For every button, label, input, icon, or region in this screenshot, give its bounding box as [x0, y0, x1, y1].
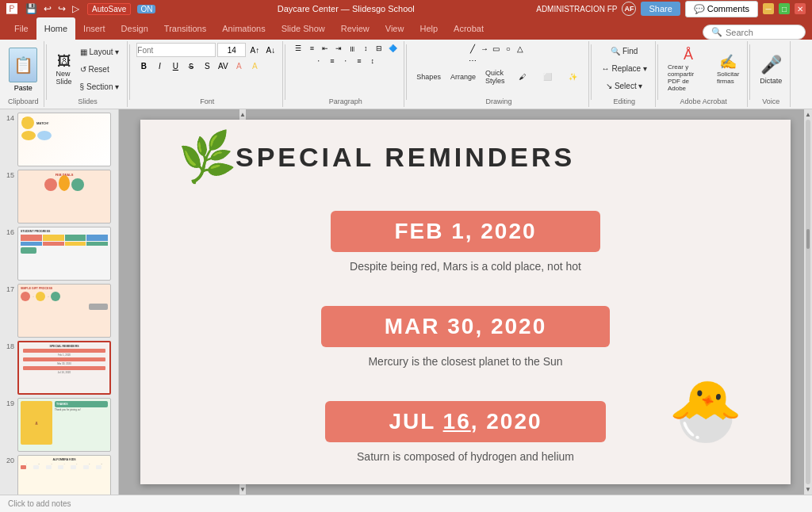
save-button[interactable]: 💾	[24, 2, 39, 16]
shape-rect[interactable]: ▭	[491, 43, 502, 54]
undo-button[interactable]: ↩	[42, 2, 53, 16]
shape-outline-button[interactable]: ⬜	[536, 67, 558, 86]
tab-view[interactable]: View	[377, 17, 412, 40]
tab-review[interactable]: Review	[333, 17, 377, 40]
right-scroll-thumb[interactable]	[806, 229, 810, 249]
align-right-button[interactable]: ⬝	[339, 55, 352, 67]
date-banner-3: JUL 16, 2020	[325, 401, 605, 442]
italic-button[interactable]: I	[152, 59, 167, 73]
separator-6	[657, 44, 658, 100]
tab-help[interactable]: Help	[412, 17, 446, 40]
slide-thumb-19[interactable]: 19 🧸 THANKS Thank you for joining us!	[3, 398, 115, 452]
align-left-button[interactable]: ⬝	[312, 55, 325, 67]
font-name-input[interactable]	[136, 43, 216, 57]
paste-button[interactable]: 📋	[9, 48, 37, 82]
layout-button[interactable]: ▦ Layout ▾	[77, 44, 123, 60]
right-scroll-down[interactable]: ▼	[805, 486, 811, 493]
line-spacing-button[interactable]: ↕	[366, 55, 379, 67]
select-button[interactable]: ↘ Select ▾	[603, 78, 646, 94]
font-color-button[interactable]: A	[232, 59, 246, 73]
slide-thumb-18[interactable]: 18 SPECIAL REMINDERS Feb 1, 2020 Mar 30,…	[3, 341, 115, 395]
right-scroll-up[interactable]: ▲	[805, 111, 811, 118]
smartart-button[interactable]: 🔷	[386, 43, 399, 54]
autosave-state[interactable]: ON	[137, 5, 155, 13]
shape-arrow[interactable]: →	[479, 43, 490, 54]
tab-insert[interactable]: Insert	[75, 17, 113, 40]
shape-triangle[interactable]: △	[515, 43, 526, 54]
columns-button[interactable]: ⫼	[346, 43, 358, 54]
notes-bar[interactable]: Click to add notes	[0, 495, 812, 512]
reminder-desc-2: Mercury is the closest planet to the Sun	[368, 355, 562, 368]
slides-panel[interactable]: 14 👶 MATCH! 15 FEB DEALS	[0, 109, 119, 495]
underline-button[interactable]: U	[168, 59, 182, 73]
slide-thumb-16[interactable]: 16 STUDENT PROGRESS	[3, 227, 115, 281]
quick-styles-button[interactable]: QuickStyles	[482, 67, 508, 86]
create-pdf-button[interactable]: Å Crear y compartirPDF de Adobe	[665, 46, 712, 94]
text-direction-button[interactable]: ↕	[359, 43, 372, 54]
section-button[interactable]: § Section ▾	[77, 79, 123, 95]
justify-button[interactable]: ≡	[353, 55, 366, 67]
slide-preview-19[interactable]: 🧸 THANKS Thank you for joining us!	[17, 398, 111, 452]
present-button[interactable]: ▷	[71, 2, 81, 16]
search-input[interactable]	[726, 28, 797, 37]
align-text-button[interactable]: ⊟	[373, 43, 385, 54]
tab-animations[interactable]: Animations	[214, 17, 273, 40]
share-button[interactable]: Share	[641, 2, 680, 16]
slide-preview-20[interactable]: ALFOMBRA KIDS L M X J V S D	[17, 455, 111, 495]
bold-button[interactable]: B	[136, 59, 151, 73]
tab-transitions[interactable]: Transitions	[156, 17, 214, 40]
slide-preview-18[interactable]: SPECIAL REMINDERS Feb 1, 2020 Mar 30, 20…	[17, 341, 111, 395]
maximize-button[interactable]: □	[779, 3, 790, 14]
font-increase-button[interactable]: A↑	[247, 43, 262, 57]
shapes-button[interactable]: Shapes	[413, 67, 444, 86]
align-center-button[interactable]: ≡	[326, 55, 339, 67]
scroll-down-button[interactable]: ▼	[239, 486, 246, 493]
replace-button[interactable]: ↔ Replace ▾	[598, 60, 649, 76]
canvas-area[interactable]: ▲ ▼ 🌿 SPECIAL REMINDERS FEB 1, 2020 Desp…	[119, 109, 812, 495]
clipboard-group-label: Clipboard	[8, 97, 39, 105]
right-scrollbar[interactable]: ▲ ▼	[804, 109, 812, 495]
shape-more[interactable]: ⋯	[467, 55, 478, 66]
shape-oval[interactable]: ○	[503, 43, 514, 54]
slide-thumb-14[interactable]: 14 👶 MATCH!	[3, 113, 115, 166]
voice-group-label: Voice	[762, 97, 779, 105]
font-size-input[interactable]	[217, 43, 246, 57]
shape-effects-button[interactable]: ✨	[561, 67, 584, 86]
slide-preview-15[interactable]: FEB DEALS	[17, 170, 111, 224]
increase-indent-button[interactable]: ⇥	[332, 43, 345, 54]
search-bar[interactable]: 🔍	[703, 25, 806, 40]
redo-button[interactable]: ↪	[56, 2, 67, 16]
dictate-button[interactable]: 🎤 Dictate	[756, 53, 785, 86]
tab-file[interactable]: File	[6, 17, 36, 40]
minimize-button[interactable]: ─	[763, 3, 774, 14]
font-decrease-button[interactable]: A↓	[263, 43, 278, 57]
shadow-button[interactable]: S	[200, 59, 214, 73]
slide-preview-17[interactable]: SIMPLE GIFT PROCESS → →	[17, 284, 111, 338]
new-slide-button[interactable]: 🖼 NewSlide	[53, 52, 75, 87]
highlight-button[interactable]: A	[247, 59, 262, 73]
arrange-button[interactable]: Arrange	[447, 67, 479, 86]
numbering-button[interactable]: ≡	[305, 43, 318, 54]
char-spacing-button[interactable]: AV	[216, 59, 230, 73]
tab-design[interactable]: Design	[113, 17, 156, 40]
tab-slideshow[interactable]: Slide Show	[274, 17, 333, 40]
shape-line[interactable]: ╱	[467, 43, 478, 54]
close-button[interactable]: ✕	[795, 3, 806, 14]
reset-button[interactable]: ↺ Reset	[77, 62, 123, 78]
slide-preview-16[interactable]: STUDENT PROGRESS	[17, 227, 111, 281]
bullets-button[interactable]: ☰	[292, 43, 304, 54]
comments-button[interactable]: 💬Comments	[685, 1, 758, 17]
tab-home[interactable]: Home	[36, 17, 75, 40]
strikethrough-button[interactable]: S̶	[184, 59, 198, 73]
slide-thumb-17[interactable]: 17 SIMPLE GIFT PROCESS → →	[3, 284, 115, 338]
slide-thumb-15[interactable]: 15 FEB DEALS	[3, 170, 115, 224]
slide-thumb-20[interactable]: 20 ALFOMBRA KIDS L M X J V S D	[3, 455, 115, 495]
shape-fill-button[interactable]: 🖌	[511, 67, 533, 86]
user-avatar[interactable]: AF	[622, 2, 636, 16]
tab-acrobat[interactable]: Acrobat	[446, 17, 492, 40]
slide-preview-14[interactable]: 👶 MATCH!	[17, 113, 111, 166]
find-button[interactable]: 🔍 Find	[607, 43, 641, 59]
request-signatures-button[interactable]: ✍ Solicitarfirmas	[714, 53, 742, 86]
scroll-up-button[interactable]: ▲	[239, 111, 246, 118]
decrease-indent-button[interactable]: ⇤	[319, 43, 331, 54]
